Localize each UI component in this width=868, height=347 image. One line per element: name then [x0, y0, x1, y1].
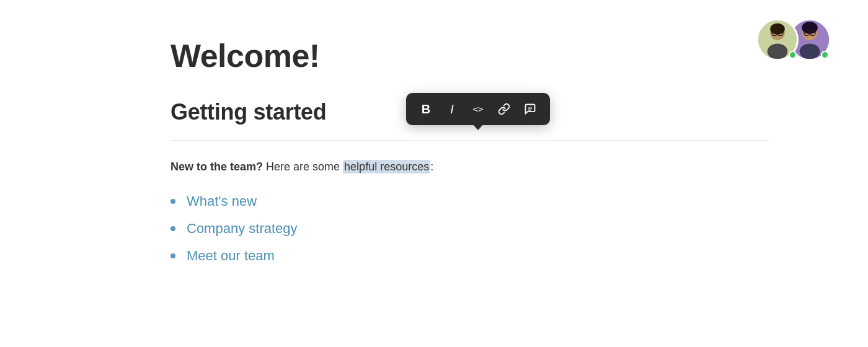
avatar-group [756, 19, 831, 61]
list-item: What's new [170, 193, 769, 209]
resource-list: What's new Company strategy Meet our tea… [170, 193, 769, 264]
svg-point-9 [800, 43, 820, 59]
svg-point-2 [768, 43, 788, 59]
resource-link-whats-new[interactable]: What's new [187, 193, 257, 209]
intro-text-part: Here are some [263, 160, 343, 173]
section-heading: Getting started [170, 99, 327, 125]
comment-button[interactable] [519, 98, 541, 120]
intro-colon: : [430, 160, 433, 173]
floating-toolbar: B I <> [406, 93, 550, 125]
bold-button[interactable]: B [415, 98, 437, 120]
list-item: Company strategy [170, 221, 769, 237]
avatar-1[interactable] [756, 19, 799, 61]
section-heading-wrapper: Getting started B I <> [170, 99, 769, 125]
main-content: Welcome! Getting started B I <> [170, 37, 769, 275]
italic-button[interactable]: I [441, 98, 463, 120]
link-button[interactable] [493, 98, 515, 120]
resource-link-company-strategy[interactable]: Company strategy [187, 221, 298, 237]
bullet-icon [170, 199, 175, 204]
bullet-icon [170, 253, 175, 258]
resource-link-meet-team[interactable]: Meet our team [187, 248, 275, 264]
intro-bold: New to the team? [170, 160, 263, 173]
highlighted-text: helpful resources [343, 160, 430, 174]
page-title: Welcome! [170, 37, 769, 74]
bullet-icon [170, 226, 175, 231]
online-indicator-2 [821, 51, 829, 59]
list-item: Meet our team [170, 248, 769, 264]
section-divider [170, 140, 769, 141]
online-indicator-1 [789, 51, 797, 59]
intro-paragraph: New to the team? Here are some helpful r… [170, 158, 769, 176]
code-button[interactable]: <> [467, 98, 489, 120]
